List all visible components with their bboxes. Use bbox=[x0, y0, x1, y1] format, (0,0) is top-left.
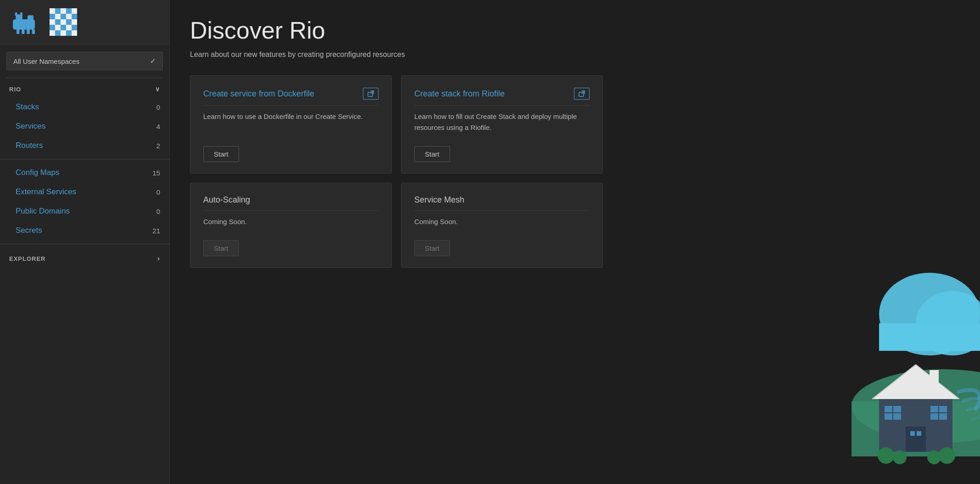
svg-rect-7 bbox=[15, 12, 17, 16]
checker-logo bbox=[50, 8, 77, 36]
svg-rect-8 bbox=[20, 12, 22, 16]
autoscaling-start-button[interactable]: Start bbox=[203, 240, 239, 256]
sidebar-item-external-services[interactable]: External Services 0 bbox=[0, 182, 169, 202]
sidebar-section-divider bbox=[0, 159, 169, 159]
svg-rect-3 bbox=[17, 29, 19, 34]
svg-rect-20 bbox=[906, 427, 926, 452]
explorer-arrow-icon: › bbox=[157, 254, 160, 263]
cow-logo bbox=[9, 10, 42, 34]
service-mesh-card-description: Coming Soon. bbox=[414, 216, 590, 227]
sidebar-item-services[interactable]: Services 4 bbox=[0, 117, 169, 136]
svg-point-30 bbox=[878, 447, 894, 464]
svg-rect-29 bbox=[930, 370, 939, 388]
services-label: Services bbox=[16, 122, 45, 131]
autoscaling-card-header: Auto-Scaling bbox=[203, 195, 379, 211]
sidebar-bottom-divider bbox=[0, 244, 169, 244]
dockerfile-start-button[interactable]: Start bbox=[203, 146, 239, 162]
secrets-count: 21 bbox=[152, 227, 160, 235]
stacks-label: Stacks bbox=[16, 102, 39, 112]
service-mesh-card-header: Service Mesh bbox=[414, 195, 590, 211]
main-content: Discover Rio Learn about our new feature… bbox=[170, 0, 980, 484]
svg-marker-17 bbox=[872, 365, 959, 399]
stacks-count: 0 bbox=[156, 103, 160, 111]
external-link-icon bbox=[367, 90, 374, 97]
dockerfile-card-header: Create service from Dockerfile bbox=[203, 88, 379, 106]
external-services-count: 0 bbox=[156, 188, 160, 196]
service-mesh-card-title: Service Mesh bbox=[414, 195, 464, 205]
sidebar-header bbox=[0, 0, 169, 45]
sidebar-item-public-domains[interactable]: Public Domains 0 bbox=[0, 202, 169, 221]
dockerfile-ext-link-button[interactable] bbox=[363, 88, 379, 100]
public-domains-count: 0 bbox=[156, 208, 160, 215]
svg-rect-4 bbox=[22, 29, 24, 34]
svg-rect-16 bbox=[879, 397, 952, 452]
dockerfile-card-title: Create service from Dockerfile bbox=[203, 89, 314, 99]
riofile-card-header: Create stack from Riofile bbox=[414, 88, 590, 106]
namespace-select[interactable]: All User Namespaces ✓ bbox=[6, 52, 163, 70]
page-subtitle: Learn about our new features by creating… bbox=[190, 51, 960, 59]
sidebar-item-routers[interactable]: Routers 2 bbox=[0, 136, 169, 155]
sidebar: All User Namespaces ✓ RIO ∨ Stacks 0 Ser… bbox=[0, 0, 170, 484]
riofile-card-title: Create stack from Riofile bbox=[414, 89, 505, 99]
service-mesh-card: Service Mesh Coming Soon. Start bbox=[401, 183, 603, 268]
autoscaling-card-description: Coming Soon. bbox=[203, 216, 379, 227]
riofile-ext-link-button[interactable] bbox=[574, 88, 590, 100]
external-services-label: External Services bbox=[16, 187, 76, 197]
svg-rect-26 bbox=[930, 406, 947, 420]
svg-rect-2 bbox=[28, 15, 33, 21]
sidebar-item-secrets[interactable]: Secrets 21 bbox=[0, 221, 169, 240]
svg-line-18 bbox=[872, 365, 916, 399]
services-count: 4 bbox=[156, 123, 160, 130]
config-maps-label: Config Maps bbox=[16, 168, 59, 177]
rio-section-header: RIO ∨ bbox=[0, 78, 169, 97]
namespace-label: All User Namespaces bbox=[13, 57, 79, 65]
svg-rect-21 bbox=[910, 431, 915, 436]
secrets-label: Secrets bbox=[16, 226, 42, 235]
dockerfile-card-description: Learn how to use a Dockerfile in our Cre… bbox=[203, 111, 379, 133]
riofile-start-button[interactable]: Start bbox=[414, 146, 450, 162]
routers-label: Routers bbox=[16, 141, 43, 150]
svg-line-19 bbox=[916, 365, 959, 399]
rio-section-label: RIO bbox=[9, 86, 21, 93]
svg-point-33 bbox=[939, 447, 955, 464]
routers-count: 2 bbox=[156, 142, 160, 150]
svg-rect-13 bbox=[879, 323, 980, 351]
config-maps-count: 15 bbox=[152, 169, 160, 177]
svg-rect-5 bbox=[27, 29, 29, 34]
explorer-section[interactable]: EXPLORER › bbox=[0, 248, 169, 269]
svg-point-14 bbox=[852, 369, 980, 443]
riofile-card-description: Learn how to fill out Create Stack and d… bbox=[414, 111, 590, 133]
svg-point-31 bbox=[893, 450, 907, 464]
svg-point-32 bbox=[927, 450, 941, 464]
dockerfile-card: Create service from Dockerfile Learn how… bbox=[190, 75, 392, 174]
cards-grid: Create service from Dockerfile Learn how… bbox=[190, 75, 603, 268]
autoscaling-card: Auto-Scaling Coming Soon. Start bbox=[190, 183, 392, 268]
page-title: Discover Rio bbox=[190, 17, 960, 44]
svg-rect-15 bbox=[852, 401, 980, 456]
svg-point-12 bbox=[916, 291, 980, 355]
svg-rect-23 bbox=[885, 406, 901, 420]
public-domains-label: Public Domains bbox=[16, 207, 70, 216]
svg-rect-22 bbox=[917, 431, 921, 436]
sidebar-item-stacks[interactable]: Stacks 0 bbox=[0, 97, 169, 117]
chevron-down-icon: ✓ bbox=[150, 57, 156, 65]
decorative-illustration bbox=[796, 264, 980, 484]
rio-toggle-icon[interactable]: ∨ bbox=[155, 85, 160, 93]
external-link-icon-2 bbox=[578, 90, 585, 97]
sidebar-item-config-maps[interactable]: Config Maps 15 bbox=[0, 163, 169, 182]
svg-point-11 bbox=[879, 273, 980, 355]
riofile-card: Create stack from Riofile Learn how to f… bbox=[401, 75, 603, 174]
explorer-label: EXPLORER bbox=[9, 255, 46, 262]
service-mesh-start-button[interactable]: Start bbox=[414, 240, 450, 256]
autoscaling-card-title: Auto-Scaling bbox=[203, 195, 250, 205]
svg-rect-6 bbox=[32, 29, 35, 34]
